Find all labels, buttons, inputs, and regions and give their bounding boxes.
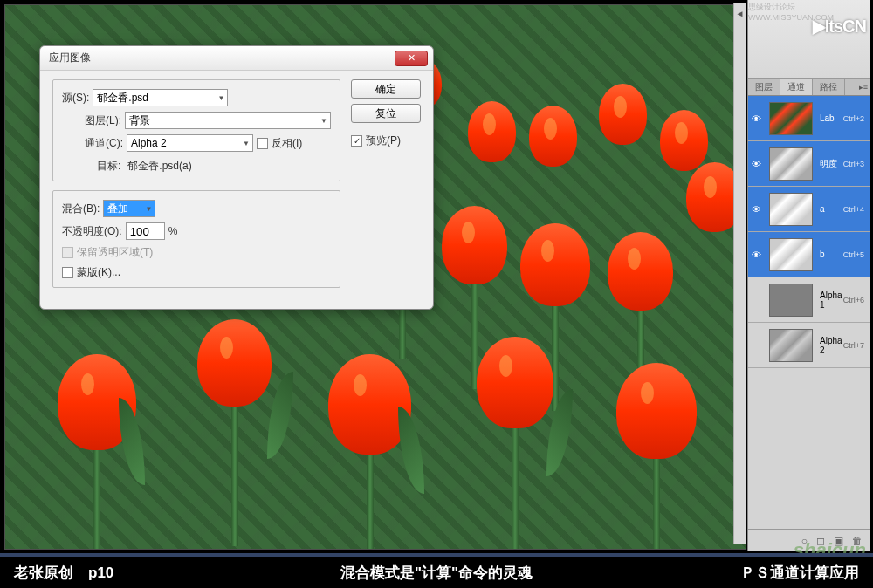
dialog-titlebar[interactable]: 应用图像 ✕ <box>40 46 433 71</box>
visibility-icon[interactable]: 👁 <box>748 159 764 169</box>
channel-shortcut: Ctrl+4 <box>843 205 864 214</box>
channel-item-alpha-2[interactable]: Alpha 2Ctrl+7 <box>748 323 870 368</box>
channels-panel: 思缘设计论坛 WWW.MISSYUAN.COM ▶ItsCN 图层 通道 路径 … <box>747 0 870 551</box>
channel-shortcut: Ctrl+6 <box>843 296 864 304</box>
layer-label: 图层(L): <box>85 113 121 128</box>
channel-thumbnail[interactable] <box>769 284 813 317</box>
dialog-title: 应用图像 <box>45 51 395 65</box>
caption-author: 老张原创 p10 <box>14 563 113 583</box>
flyout-menu-icon[interactable]: ▸≡ <box>857 79 870 95</box>
preserve-transparency-checkbox <box>62 247 73 258</box>
channel-thumbnail[interactable] <box>769 238 813 271</box>
channel-thumbnail[interactable] <box>769 102 813 135</box>
preview-label: 预览(P) <box>366 133 401 148</box>
channel-thumbnail[interactable] <box>769 329 813 362</box>
preserve-label: 保留透明区域(T) <box>77 245 153 260</box>
channel-name: Alpha 2 <box>818 336 843 355</box>
caption-title: 混合模式是"计算"命令的灵魂 <box>340 563 533 583</box>
channel-thumbnail[interactable] <box>769 147 813 181</box>
invert-label: 反相(I) <box>272 136 302 151</box>
channel-combo[interactable]: Alpha 2 <box>127 134 253 152</box>
tab-channels[interactable]: 通道 <box>780 79 813 95</box>
reset-button[interactable]: 复位 <box>351 104 421 123</box>
caption-subtitle: ＰＳ通道计算应用 <box>740 563 859 583</box>
channel-item-a[interactable]: 👁aCtrl+4 <box>748 187 870 232</box>
source-group: 源(S): 郁金香.psd 图层(L): 背景 通道(C): Alpha 2 反… <box>52 79 340 181</box>
ok-button[interactable]: 确定 <box>351 79 421 99</box>
channel-item-lab[interactable]: 👁LabCtrl+2 <box>748 96 870 141</box>
mask-label: 蒙版(K)... <box>77 265 120 280</box>
channel-name: b <box>818 250 843 259</box>
toolbar-collapsed[interactable]: ◄ <box>733 3 746 544</box>
channel-name: a <box>818 204 843 214</box>
visibility-icon[interactable]: 👁 <box>748 250 764 260</box>
blend-label: 混合(B): <box>62 202 100 216</box>
opacity-input[interactable] <box>126 222 165 240</box>
layer-combo[interactable]: 背景 <box>125 112 331 129</box>
expand-icon[interactable]: ◄ <box>734 9 746 18</box>
source-label: 源(S): <box>62 91 89 106</box>
apply-image-dialog: 应用图像 ✕ 源(S): 郁金香.psd 图层(L): 背景 通道(C): Al… <box>39 45 434 310</box>
channel-item-alpha-1[interactable]: Alpha 1Ctrl+6 <box>748 277 870 323</box>
channel-item-b[interactable]: 👁bCtrl+5 <box>748 232 870 277</box>
tab-layers[interactable]: 图层 <box>748 79 780 95</box>
channel-name: 明度 <box>818 158 843 170</box>
channel-shortcut: Ctrl+5 <box>843 250 864 259</box>
panel-tabs: 图层 通道 路径 ▸≡ <box>748 79 870 96</box>
target-label: 目标: <box>97 159 120 174</box>
visibility-icon[interactable]: 👁 <box>748 204 764 215</box>
channel-name: Alpha 1 <box>818 291 843 310</box>
opacity-pct: % <box>168 225 178 237</box>
blend-group: 混合(B): 叠加 不透明度(O): % 保留透明区域(T) 蒙版(K)... <box>52 190 340 288</box>
opacity-label: 不透明度(O): <box>62 224 122 239</box>
watermark-logo: ▶ItsCN <box>813 16 866 37</box>
caption-bar: 老张原创 p10 混合模式是"计算"命令的灵魂 ＰＳ通道计算应用 <box>0 553 873 588</box>
channel-label: 通道(C): <box>85 136 123 151</box>
channel-shortcut: Ctrl+3 <box>843 160 864 168</box>
blend-combo[interactable]: 叠加 <box>103 200 155 217</box>
close-button[interactable]: ✕ <box>395 51 428 66</box>
mask-checkbox[interactable] <box>62 267 73 278</box>
channel-thumbnail[interactable] <box>769 193 813 226</box>
invert-checkbox[interactable] <box>257 138 268 149</box>
source-combo[interactable]: 郁金香.psd <box>93 89 228 106</box>
channel-item-明度[interactable]: 👁明度Ctrl+3 <box>748 141 870 187</box>
preview-checkbox[interactable] <box>351 135 362 147</box>
channel-shortcut: Ctrl+2 <box>843 114 864 123</box>
channel-shortcut: Ctrl+7 <box>843 341 864 350</box>
tab-paths[interactable]: 路径 <box>813 79 845 95</box>
target-value: 郁金香.psd(a) <box>127 159 191 174</box>
visibility-icon[interactable]: 👁 <box>748 113 764 124</box>
channel-list: 👁LabCtrl+2👁明度Ctrl+3👁aCtrl+4👁bCtrl+5Alpha… <box>748 96 870 368</box>
panel-header-area: 思缘设计论坛 WWW.MISSYUAN.COM ▶ItsCN <box>748 0 870 79</box>
channel-name: Lab <box>818 113 843 123</box>
